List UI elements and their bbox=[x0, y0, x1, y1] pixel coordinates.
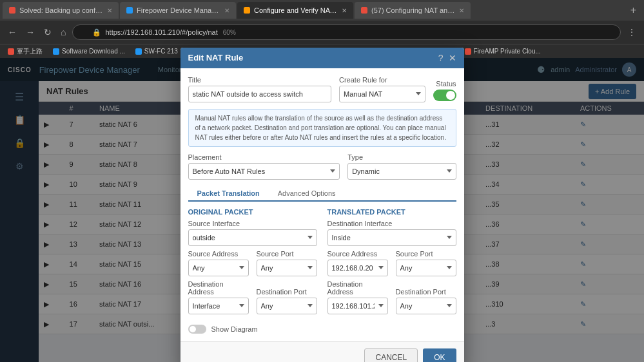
orig-src-port-group: Source Port Any bbox=[257, 250, 317, 276]
orig-src-address-select[interactable]: Any bbox=[188, 260, 249, 276]
modal-close-icon[interactable]: ✕ bbox=[449, 53, 456, 63]
tab-close-tab4[interactable]: ✕ bbox=[459, 7, 464, 14]
original-packet-title: ORIGINAL PACKET bbox=[188, 208, 317, 216]
orig-dst-row: Destination Address Interface Destinatio… bbox=[188, 280, 317, 314]
orig-dst-port-label: Destination Port bbox=[257, 288, 317, 296]
create-rule-select[interactable]: Manual NAT bbox=[339, 86, 425, 102]
create-rule-label: Create Rule for bbox=[339, 76, 425, 84]
modal-body: Title Create Rule for Manual NAT Status bbox=[181, 68, 464, 341]
title-input[interactable] bbox=[188, 86, 332, 102]
zoom-level: 60% bbox=[223, 29, 236, 36]
tab-advanced-options[interactable]: Advanced Options bbox=[269, 186, 345, 202]
browser-tab-tab3[interactable]: Configure and Verify NAT 01✕ bbox=[237, 2, 353, 19]
extensions-button[interactable]: ⋮ bbox=[625, 26, 639, 39]
trans-dst-port-label: Destination Port bbox=[396, 288, 456, 296]
packet-columns: ORIGINAL PACKET Source Interface outside… bbox=[188, 208, 456, 321]
cancel-button[interactable]: CANCEL bbox=[364, 348, 418, 363]
tab-close-tab3[interactable]: ✕ bbox=[342, 7, 347, 14]
original-packet-column: ORIGINAL PACKET Source Interface outside… bbox=[188, 208, 317, 321]
ok-button[interactable]: OK bbox=[423, 348, 456, 363]
app-container: CISCO Firepower Device Manager Monitorin… bbox=[0, 58, 644, 362]
orig-dst-port-select[interactable]: Any bbox=[257, 298, 317, 314]
show-diagram-label: Show Diagram bbox=[211, 325, 258, 333]
modal-header: Edit NAT Rule ? ✕ bbox=[181, 48, 464, 68]
status-toggle[interactable] bbox=[433, 90, 456, 101]
placement-label: Placement bbox=[188, 153, 340, 161]
orig-dst-address-group: Destination Address Interface bbox=[188, 280, 249, 314]
modal-title: Edit NAT Rule bbox=[188, 53, 244, 62]
orig-src-interface-group: Source Interface outside bbox=[188, 220, 317, 246]
tab-close-tab1[interactable]: ✕ bbox=[107, 7, 112, 14]
browser-tab-tab4[interactable]: (57) Configuring NAT and A...✕ bbox=[355, 2, 471, 19]
trans-dst-address-group: Destination Address 192.168.101.211 bbox=[327, 280, 388, 314]
trans-src-row: Source Address 192.168.0.20 Source Port … bbox=[327, 250, 456, 276]
status-group: Status bbox=[433, 80, 456, 102]
modal-footer: CANCEL OK bbox=[181, 341, 464, 363]
trans-dst-interface-group: Destination Interface Inside bbox=[327, 220, 456, 246]
forward-button[interactable]: → bbox=[23, 26, 37, 39]
tab-close-tab2[interactable]: ✕ bbox=[224, 7, 229, 14]
trans-dst-address-label: Destination Address bbox=[327, 280, 388, 296]
orig-src-row: Source Address Any Source Port Any bbox=[188, 250, 317, 276]
show-diagram-row: Show Diagram bbox=[188, 321, 456, 334]
home-button[interactable]: ⌂ bbox=[58, 26, 68, 39]
trans-src-port-group: Source Port Any bbox=[396, 250, 456, 276]
translated-packet-column: TRANSLATED PACKET Destination Interface … bbox=[327, 208, 456, 321]
back-button[interactable]: ← bbox=[5, 26, 19, 39]
trans-src-address-label: Source Address bbox=[327, 250, 388, 258]
orig-src-address-label: Source Address bbox=[188, 250, 249, 258]
trans-dst-interface-select[interactable]: Inside bbox=[327, 229, 456, 246]
translated-packet-title: TRANSLATED PACKET bbox=[327, 208, 456, 216]
bookmark-label-1: Software Download ... bbox=[62, 48, 125, 55]
trans-src-address-select[interactable]: 192.168.0.20 bbox=[327, 260, 388, 276]
orig-src-interface-select[interactable]: outside bbox=[188, 229, 317, 246]
bookmark-item-1[interactable]: Software Download ... bbox=[49, 46, 129, 57]
trans-src-port-select[interactable]: Any bbox=[396, 260, 456, 276]
title-label: Title bbox=[188, 76, 332, 84]
orig-dst-port-group: Destination Port Any bbox=[257, 288, 317, 314]
status-label: Status bbox=[436, 80, 456, 88]
new-tab-button[interactable]: + bbox=[625, 5, 641, 16]
trans-src-port-label: Source Port bbox=[396, 250, 456, 258]
orig-src-port-label: Source Port bbox=[257, 250, 317, 258]
orig-src-interface-label: Source Interface bbox=[188, 220, 317, 227]
address-text: https://192.168.101.210/#/policy/nat bbox=[105, 28, 217, 36]
tab-packet-translation[interactable]: Packet Translation bbox=[188, 186, 269, 202]
form-row-title: Title Create Rule for Manual NAT Status bbox=[188, 76, 456, 102]
form-row-placement: Placement Before Auto NAT Rules Type Dyn… bbox=[188, 153, 456, 180]
bookmark-label-0: 軍手上路 bbox=[17, 47, 43, 56]
bookmark-item-7[interactable]: FireAMP Private Clou... bbox=[461, 46, 545, 57]
reload-button[interactable]: ↻ bbox=[41, 26, 54, 39]
placement-group: Placement Before Auto NAT Rules bbox=[188, 153, 340, 180]
trans-dst-address-select[interactable]: 192.168.101.211 bbox=[327, 298, 388, 314]
create-rule-group: Create Rule for Manual NAT bbox=[339, 76, 425, 102]
orig-src-port-select[interactable]: Any bbox=[257, 260, 317, 276]
placement-select[interactable]: Before Auto NAT Rules bbox=[188, 163, 340, 180]
type-label: Type bbox=[347, 153, 456, 161]
type-select[interactable]: Dynamic bbox=[347, 163, 456, 180]
browser-tab-tab1[interactable]: Solved: Backing up config, F...✕ bbox=[3, 2, 119, 19]
show-diagram-toggle[interactable] bbox=[188, 325, 206, 334]
bookmark-label-2: SW-FC 213 bbox=[144, 48, 178, 55]
trans-dst-port-group: Destination Port Any bbox=[396, 288, 456, 314]
orig-dst-address-label: Destination Address bbox=[188, 280, 249, 296]
info-box: Manual NAT rules allow the translation o… bbox=[188, 109, 456, 147]
bookmark-label-7: FireAMP Private Clou... bbox=[474, 48, 541, 55]
bookmark-item-0[interactable]: 軍手上路 bbox=[4, 46, 46, 57]
address-bar[interactable]: 🔒 https://192.168.101.210/#/policy/nat 6… bbox=[72, 24, 621, 40]
modal-header-icons: ? ✕ bbox=[438, 53, 456, 63]
trans-dst-interface-label: Destination Interface bbox=[327, 220, 456, 227]
modal-overlay: Edit NAT Rule ? ✕ Title Create Rule for bbox=[0, 58, 644, 362]
trans-src-address-group: Source Address 192.168.0.20 bbox=[327, 250, 388, 276]
trans-dst-row: Destination Address 192.168.101.211 Dest… bbox=[327, 280, 456, 314]
orig-src-address-group: Source Address Any bbox=[188, 250, 249, 276]
browser-tabs: Solved: Backing up config, F...✕Firepowe… bbox=[0, 0, 644, 21]
bookmark-item-2[interactable]: SW-FC 213 bbox=[132, 46, 182, 57]
edit-nat-rule-modal: Edit NAT Rule ? ✕ Title Create Rule for bbox=[181, 48, 464, 363]
orig-dst-address-select[interactable]: Interface bbox=[188, 298, 249, 314]
browser-nav: ← → ↻ ⌂ 🔒 https://192.168.101.210/#/poli… bbox=[0, 21, 644, 44]
type-group: Type Dynamic bbox=[347, 153, 456, 180]
trans-dst-port-select[interactable]: Any bbox=[396, 298, 456, 314]
browser-tab-tab2[interactable]: Firepower Device Manager✕ bbox=[120, 2, 236, 19]
modal-help-icon[interactable]: ? bbox=[438, 53, 444, 63]
